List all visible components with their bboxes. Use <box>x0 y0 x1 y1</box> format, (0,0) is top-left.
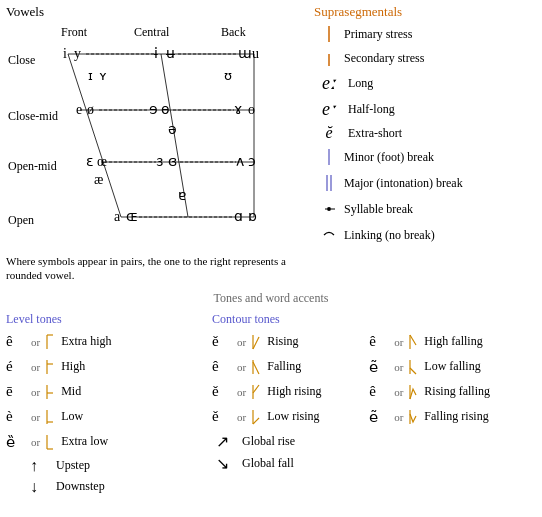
svg-text:ø: ø <box>87 102 94 117</box>
svg-text:Close: Close <box>8 53 35 67</box>
svg-text:ɤ: ɤ <box>234 102 242 117</box>
global-fall-symbol: ↘ <box>216 454 238 473</box>
low-row: è or Low <box>6 406 212 428</box>
svg-text:ɐ: ɐ <box>178 188 186 203</box>
vowels-chart: Front Central Back Close Close-mid Open-… <box>6 22 296 252</box>
falling-rising-label: Falling rising <box>424 409 488 424</box>
global-rise-row: ↗ Global rise <box>212 432 369 451</box>
mid-diacritic <box>43 381 57 403</box>
svg-text:Central: Central <box>134 25 170 39</box>
upstep-symbol: ↑ <box>30 457 52 475</box>
svg-text:Open: Open <box>8 213 34 227</box>
tones-header: Tones and word accents <box>6 291 536 306</box>
low-rising-or: or <box>237 411 246 423</box>
high-label: High <box>61 359 85 374</box>
svg-line-70 <box>253 362 259 374</box>
long-item: eː Long <box>314 72 536 94</box>
svg-text:ɨ: ɨ <box>154 46 158 61</box>
long-label: Long <box>348 76 373 91</box>
high-falling-column: ê or High falling ẽ or Low falling <box>369 312 536 499</box>
svg-text:ɒ: ɒ <box>248 209 257 224</box>
major-break-item: Major (intonation) break <box>314 172 536 194</box>
high-rising-symbol: ě <box>212 383 234 400</box>
svg-text:ə: ə <box>168 122 177 137</box>
upstep-label: Upstep <box>56 458 90 473</box>
high-falling-spacer <box>369 312 536 327</box>
low-diacritic <box>43 406 57 428</box>
svg-text:ʉ: ʉ <box>166 46 175 61</box>
global-rise-label: Global rise <box>242 434 295 449</box>
svg-line-68 <box>253 337 259 349</box>
supra-title: Suprasegmentals <box>314 4 536 20</box>
svg-text:ɑ: ɑ <box>234 209 243 224</box>
svg-text:a: a <box>114 209 121 224</box>
fr-symbol: ẽ <box>369 408 391 426</box>
rising-label: Rising <box>267 334 298 349</box>
svg-text:ɵ: ɵ <box>161 102 170 117</box>
extra-short-label: Extra-short <box>348 126 402 141</box>
tones-section: Tones and word accents Level tones ê or … <box>0 287 542 503</box>
minor-break-item: Minor (foot) break <box>314 146 536 168</box>
rising-falling-diacritic <box>406 381 420 403</box>
low-falling-label: Low falling <box>424 359 480 374</box>
global-fall-row: ↘ Global fall <box>212 454 369 473</box>
svg-text:Front: Front <box>61 25 88 39</box>
extra-high-diacritic <box>43 331 57 353</box>
half-long-label: Half-long <box>348 102 395 117</box>
falling-row: ê or Falling <box>212 356 369 378</box>
high-rising-diacritic <box>249 381 263 403</box>
syllable-break-symbol <box>314 198 344 220</box>
extra-low-diacritic <box>43 431 57 453</box>
extra-short-item: ĕ Extra-short <box>314 124 536 142</box>
major-break-symbol <box>314 172 344 194</box>
syllable-break-item: Syllable break <box>314 198 536 220</box>
downstep-label: Downstep <box>56 479 105 494</box>
falling-symbol: ê <box>212 358 234 375</box>
level-tones-header: Level tones <box>6 312 212 327</box>
rising-falling-row: ê or Rising falling <box>369 381 536 403</box>
contour-tones-header: Contour tones <box>212 312 369 327</box>
svg-text:ʏ: ʏ <box>99 68 107 83</box>
extra-high-symbol: ê <box>6 333 28 350</box>
svg-line-78 <box>410 368 416 374</box>
falling-rising-row: ẽ or Falling rising <box>369 406 536 428</box>
linking-item: Linking (no break) <box>314 224 536 246</box>
high-rising-row: ě or High rising <box>212 381 369 403</box>
svg-line-11 <box>68 54 121 217</box>
long-symbol: eː <box>314 72 344 94</box>
svg-text:i: i <box>63 46 67 61</box>
high-diacritic <box>43 356 57 378</box>
extra-low-or: or <box>31 436 40 448</box>
high-symbol: é <box>6 358 28 375</box>
high-falling-label: High falling <box>424 334 482 349</box>
extra-high-row: ê or Extra high <box>6 331 212 353</box>
svg-text:ʌ: ʌ <box>236 154 244 169</box>
low-rising-label: Low rising <box>267 409 319 424</box>
syllable-break-label: Syllable break <box>344 202 413 217</box>
svg-text:ɔ: ɔ <box>248 154 256 169</box>
svg-text:ʊ: ʊ <box>224 68 232 83</box>
falling-diacritic <box>249 356 263 378</box>
extra-low-row: ȅ or Extra low <box>6 431 212 453</box>
svg-text:Open-mid: Open-mid <box>8 159 57 173</box>
svg-text:œ: œ <box>97 154 107 169</box>
falling-or: or <box>237 361 246 373</box>
svg-text:ɜ: ɜ <box>156 154 163 169</box>
high-row: é or High <box>6 356 212 378</box>
svg-line-76 <box>410 335 416 345</box>
vowels-section: Vowels Front Central Back Close Close-mi… <box>6 4 306 283</box>
tones-columns: Level tones ê or Extra high é or Hi <box>6 312 536 499</box>
falling-label: Falling <box>267 359 301 374</box>
rising-falling-label: Rising falling <box>424 384 490 399</box>
secondary-stress-symbol <box>314 48 344 68</box>
rising-or: or <box>237 336 246 348</box>
svg-text:ɞ: ɞ <box>168 154 177 169</box>
half-long-item: eˑ Half-long <box>314 98 536 120</box>
linking-label: Linking (no break) <box>344 228 435 243</box>
svg-text:ɪ: ɪ <box>88 68 93 83</box>
linking-symbol <box>314 224 344 246</box>
extra-high-or: or <box>31 336 40 348</box>
extra-low-symbol: ȅ <box>6 433 28 451</box>
svg-text:ɛ: ɛ <box>86 154 94 169</box>
lf-symbol: ẽ <box>369 358 391 376</box>
